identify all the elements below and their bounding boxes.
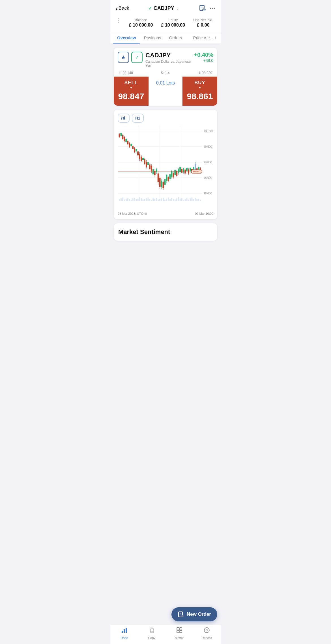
timeframe-label: H1: [135, 116, 140, 120]
svg-rect-145: [183, 168, 184, 172]
balance-bar: Balance £ 10 000.00 Equity £ 10 000.00 U…: [110, 15, 221, 32]
pnl-item: Unr. Net P&L £ 0.00: [193, 18, 213, 28]
chart-container[interactable]: 100.000 99.500 99.000 98.500 98.000: [118, 125, 213, 210]
svg-rect-30: [137, 199, 139, 201]
chart-controls: H1: [118, 114, 213, 123]
svg-rect-54: [178, 197, 179, 201]
instrument-header: ★ ✓ CADJPY Canadian Dollar vs. Japanese …: [118, 52, 213, 68]
svg-rect-137: [176, 171, 177, 176]
low-price: L: 98.148: [119, 71, 133, 75]
svg-rect-63: [193, 199, 194, 201]
svg-rect-111: [154, 171, 156, 175]
svg-rect-109: [152, 169, 154, 174]
svg-rect-47: [166, 199, 167, 201]
lots-selector[interactable]: 0.01 Lots: [149, 77, 182, 89]
header: ‹ Back ✓ CADJPY ⌄ ···: [110, 0, 221, 15]
timeframe-button[interactable]: H1: [132, 114, 144, 123]
clipboard-add-icon[interactable]: [198, 4, 206, 12]
more-options-icon[interactable]: ···: [210, 5, 216, 11]
spread: S: 1.4: [161, 71, 169, 75]
svg-rect-121: [163, 182, 164, 188]
pnl-value: £ 0.00: [197, 23, 209, 28]
sell-button-area[interactable]: SELL ▼: [114, 77, 149, 89]
svg-rect-50: [171, 198, 172, 201]
svg-rect-69: [119, 134, 120, 137]
watchlist-check-button[interactable]: ✓: [131, 52, 143, 63]
svg-rect-36: [147, 198, 149, 201]
svg-rect-135: [174, 170, 176, 175]
instrument-info: CADJPY Canadian Dollar vs. Japanese Yen: [145, 52, 194, 68]
svg-rect-29: [136, 199, 137, 201]
equity-value: £ 10 000.00: [161, 23, 185, 28]
chart-card: H1 100.000 99.500 99.000 98.500 98.000: [114, 110, 217, 219]
svg-rect-45: [163, 198, 164, 201]
svg-rect-60: [188, 200, 189, 201]
chevron-left-icon: ‹: [115, 5, 117, 12]
svg-rect-22: [124, 200, 125, 201]
buy-arrow-icon: ▼: [199, 86, 201, 89]
buy-price-area[interactable]: 98.861: [182, 89, 217, 106]
svg-rect-87: [134, 148, 135, 152]
svg-rect-9: [124, 116, 125, 120]
svg-rect-55: [180, 199, 181, 201]
sentiment-title: Market Sentiment: [118, 228, 213, 236]
svg-rect-40: [154, 199, 155, 201]
svg-rect-141: [179, 167, 181, 172]
svg-rect-24: [127, 198, 128, 201]
instrument-name: CADJPY: [145, 52, 194, 59]
svg-rect-133: [173, 173, 174, 177]
watchlist-star-button[interactable]: ★: [118, 52, 129, 63]
svg-rect-103: [147, 162, 149, 165]
instrument-action-icons: ★ ✓: [118, 52, 143, 63]
svg-rect-115: [158, 174, 159, 182]
svg-rect-10: [121, 117, 122, 118]
svg-rect-51: [173, 199, 174, 201]
chevron-down-icon[interactable]: ⌄: [176, 6, 179, 10]
tab-orders[interactable]: Orders: [165, 32, 186, 44]
svg-rect-77: [125, 139, 127, 142]
svg-rect-7: [121, 118, 122, 120]
svg-rect-43: [159, 199, 160, 201]
svg-rect-113: [156, 169, 157, 172]
buy-button-area[interactable]: BUY ▼: [182, 77, 217, 89]
svg-rect-89: [136, 149, 137, 151]
svg-rect-56: [181, 198, 182, 201]
tab-positions[interactable]: Positions: [140, 32, 165, 44]
tab-more[interactable]: Price Ale… ›: [191, 32, 218, 44]
tab-overview[interactable]: Overview: [113, 32, 140, 44]
instrument-card: ★ ✓ CADJPY Canadian Dollar vs. Japanese …: [114, 48, 217, 106]
high-price: H: 98.939: [197, 71, 212, 75]
chart-date-start: 08 Mar 2023, UTC+0: [118, 212, 147, 215]
svg-rect-62: [191, 198, 192, 201]
balance-item: Balance £ 10 000.00: [129, 18, 153, 28]
svg-rect-38: [151, 200, 152, 201]
chart-type-button[interactable]: [118, 114, 130, 123]
svg-rect-46: [164, 200, 166, 201]
svg-rect-79: [127, 141, 128, 144]
price-row-area: 98.847 98.861: [114, 89, 217, 106]
svg-rect-25: [129, 199, 130, 201]
svg-rect-32: [141, 198, 142, 201]
svg-rect-71: [120, 133, 122, 136]
svg-rect-127: [167, 177, 169, 181]
svg-rect-34: [144, 199, 145, 201]
sell-price-area[interactable]: 98.847: [114, 89, 149, 106]
svg-rect-149: [186, 168, 188, 171]
svg-rect-73: [122, 135, 123, 139]
svg-rect-66: [198, 199, 199, 201]
back-button[interactable]: ‹ Back: [115, 5, 129, 12]
chart-date-end: 09 Mar 16:00: [195, 212, 213, 215]
svg-rect-58: [185, 199, 186, 201]
balance-dots-col: [118, 18, 121, 28]
header-symbol: CADJPY: [154, 5, 174, 11]
instrument-change: +0.40% +39.0: [194, 52, 213, 63]
svg-rect-91: [137, 151, 139, 155]
svg-rect-65: [196, 199, 197, 201]
y-label-3: 99.000: [203, 161, 212, 164]
svg-rect-28: [134, 198, 135, 201]
buy-label: BUY: [194, 80, 205, 86]
svg-rect-85: [132, 146, 134, 149]
svg-rect-41: [156, 198, 157, 201]
sentiment-card: Market Sentiment: [114, 223, 217, 241]
svg-rect-75: [124, 137, 125, 141]
